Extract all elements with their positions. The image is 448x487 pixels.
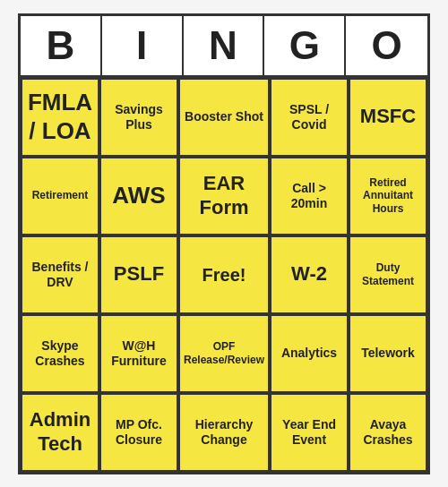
bingo-cell: Free! <box>178 235 270 314</box>
header-letter: O <box>346 16 427 75</box>
bingo-grid: FMLA / LOASavings PlusBooster ShotSPSL /… <box>21 78 427 472</box>
bingo-cell: Admin Tech <box>21 393 99 472</box>
bingo-cell: W-2 <box>270 235 349 314</box>
bingo-cell: Hierarchy Change <box>178 393 270 472</box>
bingo-card: BINGO FMLA / LOASavings PlusBooster Shot… <box>18 13 430 474</box>
bingo-cell: MSFC <box>349 78 427 157</box>
bingo-cell: OPF Release/Review <box>178 314 270 393</box>
bingo-header: BINGO <box>21 16 427 78</box>
bingo-cell: Avaya Crashes <box>349 393 427 472</box>
bingo-cell: Duty Statement <box>349 235 427 314</box>
bingo-cell: MP Ofc. Closure <box>99 393 178 472</box>
bingo-cell: AWS <box>99 157 178 235</box>
bingo-cell: Call > 20min <box>270 157 349 235</box>
bingo-cell: FMLA / LOA <box>21 78 99 157</box>
bingo-cell: PSLF <box>99 235 178 314</box>
bingo-cell: Year End Event <box>270 393 349 472</box>
header-letter: I <box>102 16 184 75</box>
bingo-cell: W@H Furniture <box>99 314 178 393</box>
bingo-cell: Benefits / DRV <box>21 235 99 314</box>
bingo-cell: SPSL / Covid <box>270 78 349 157</box>
header-letter: G <box>264 16 346 75</box>
bingo-cell: Savings Plus <box>99 78 178 157</box>
header-letter: B <box>21 16 102 75</box>
bingo-cell: Analytics <box>270 314 349 393</box>
bingo-cell: Telework <box>349 314 427 393</box>
bingo-cell: Skype Crashes <box>21 314 99 393</box>
bingo-cell: Retirement <box>21 157 99 235</box>
header-letter: N <box>184 16 265 75</box>
bingo-cell: Retired Annuitant Hours <box>349 157 427 235</box>
bingo-cell: EAR Form <box>178 157 270 235</box>
bingo-cell: Booster Shot <box>178 78 270 157</box>
